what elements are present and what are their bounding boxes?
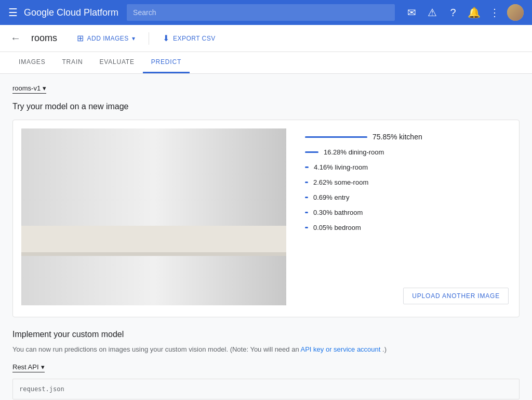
- pred-bar: [305, 136, 367, 138]
- svg-rect-26: [98, 275, 107, 277]
- add-images-button[interactable]: ⊞ ADD IMAGES ▾: [72, 30, 140, 46]
- svg-point-40: [214, 223, 217, 227]
- pred-bar: [305, 197, 308, 198]
- top-nav-left: ☰ Google Cloud Platform: [8, 6, 118, 19]
- notifications-icon[interactable]: 🔔: [466, 4, 482, 21]
- pred-label: 2.62% some-room: [313, 178, 368, 186]
- api-selector[interactable]: Rest API ▾: [12, 363, 45, 372]
- svg-rect-2: [21, 128, 193, 201]
- tab-predict[interactable]: PREDICT: [143, 52, 190, 73]
- back-button[interactable]: ←: [10, 32, 21, 44]
- pred-percent: 2.62%: [313, 178, 332, 186]
- svg-rect-38: [207, 220, 219, 234]
- svg-rect-45: [146, 211, 172, 233]
- svg-rect-21: [21, 242, 245, 249]
- sub-navigation: ← rooms ⊞ ADD IMAGES ▾ ⬇ EXPORT CSV: [0, 25, 532, 52]
- api-key-link[interactable]: API key or service account: [301, 345, 381, 353]
- svg-point-28: [88, 250, 111, 273]
- pred-bar-container: [305, 166, 309, 168]
- svg-point-36: [124, 275, 142, 294]
- prediction-item: 75.85% kitchen: [305, 133, 509, 141]
- pred-percent: 0.30%: [313, 209, 332, 216]
- add-images-label: ADD IMAGES: [87, 35, 129, 42]
- svg-rect-1: [245, 128, 286, 305]
- svg-point-47: [152, 216, 156, 220]
- svg-rect-42: [181, 174, 193, 177]
- svg-rect-11: [21, 201, 245, 243]
- implement-desc: You can now run predictions on images us…: [12, 344, 520, 355]
- svg-point-30: [94, 256, 104, 266]
- implement-desc-text: You can now run predictions on images us…: [12, 345, 301, 353]
- pred-percent: 4.16%: [314, 163, 333, 171]
- export-csv-button[interactable]: ⬇ EXPORT CSV: [157, 30, 220, 46]
- svg-point-44: [34, 215, 47, 224]
- pred-label: 16.28% dining-room: [324, 148, 384, 156]
- svg-rect-0: [21, 128, 286, 305]
- code-block: request.json: [12, 379, 520, 399]
- image-panel: [13, 120, 295, 317]
- search-input[interactable]: [127, 4, 395, 21]
- more-options-icon[interactable]: ⋮: [486, 4, 503, 21]
- pred-percent: 16.28%: [324, 148, 347, 156]
- pred-label: 4.16% living-room: [314, 163, 368, 171]
- pred-bar: [305, 166, 309, 168]
- prediction-card: 75.85% kitchen 16.28% dining-room 4.16% …: [12, 120, 520, 317]
- pred-label: 0.69% entry: [313, 193, 349, 201]
- svg-rect-27: [76, 243, 169, 300]
- avatar[interactable]: [507, 4, 524, 21]
- svg-point-35: [92, 278, 106, 291]
- svg-rect-41: [180, 175, 194, 192]
- svg-rect-9: [84, 200, 167, 216]
- email-icon[interactable]: ✉: [403, 4, 420, 21]
- svg-point-29: [91, 253, 108, 269]
- api-selector-caret: ▾: [41, 363, 45, 371]
- model-selector-value: rooms-v1: [12, 84, 41, 92]
- pred-bar: [305, 151, 318, 153]
- add-images-caret: ▾: [132, 35, 136, 42]
- svg-rect-8: [144, 165, 154, 167]
- svg-point-49: [164, 220, 167, 223]
- tab-evaluate[interactable]: EVALUATE: [91, 52, 142, 73]
- svg-point-39: [209, 223, 212, 227]
- implement-desc-end: .): [382, 345, 387, 353]
- implement-section: Implement your custom model You can now …: [12, 330, 520, 399]
- alert-icon[interactable]: ⚠: [424, 4, 441, 21]
- top-navigation: ☰ Google Cloud Platform ✉ ⚠ ? 🔔 ⋮: [0, 0, 532, 25]
- svg-rect-7: [59, 165, 68, 167]
- prediction-item: 4.16% living-room: [305, 163, 509, 171]
- upload-another-image-button[interactable]: UPLOAD ANOTHER IMAGE: [403, 288, 509, 304]
- export-csv-label: EXPORT CSV: [173, 35, 216, 42]
- svg-rect-23: [21, 249, 73, 305]
- tab-train[interactable]: TRAIN: [54, 52, 91, 73]
- pred-bar: [305, 182, 308, 183]
- svg-point-32: [125, 253, 141, 269]
- pred-bar: [305, 227, 308, 228]
- implement-title: Implement your custom model: [12, 330, 520, 339]
- try-section-title: Try your model on a new image: [12, 102, 520, 111]
- model-selector[interactable]: rooms-v1 ▾: [12, 84, 46, 94]
- nav-divider: [149, 32, 149, 45]
- svg-rect-4: [107, 128, 190, 199]
- hamburger-menu-icon[interactable]: ☰: [8, 6, 18, 19]
- pred-bar-container: [305, 227, 308, 228]
- upload-btn-container: UPLOAD ANOTHER IMAGE: [305, 288, 509, 304]
- svg-rect-25: [43, 275, 52, 277]
- svg-point-31: [122, 250, 144, 273]
- prediction-item: 2.62% some-room: [305, 178, 509, 186]
- kitchen-image: [21, 128, 286, 305]
- svg-point-48: [160, 214, 163, 217]
- page-title: rooms: [31, 33, 57, 44]
- svg-point-34: [90, 275, 109, 294]
- pred-bar-container: [305, 197, 308, 198]
- svg-rect-24: [76, 249, 128, 305]
- tab-images[interactable]: IMAGES: [10, 52, 54, 73]
- top-nav-right: ✉ ⚠ ? 🔔 ⋮: [403, 4, 524, 21]
- svg-point-37: [126, 278, 140, 291]
- svg-rect-46: [147, 212, 171, 231]
- svg-rect-10: [89, 216, 162, 222]
- pred-percent: 0.69%: [313, 193, 332, 201]
- main-content: rooms-v1 ▾ Try your model on a new image: [0, 74, 532, 400]
- help-icon[interactable]: ?: [445, 4, 461, 21]
- svg-rect-22: [21, 249, 245, 305]
- svg-rect-43: [36, 220, 45, 240]
